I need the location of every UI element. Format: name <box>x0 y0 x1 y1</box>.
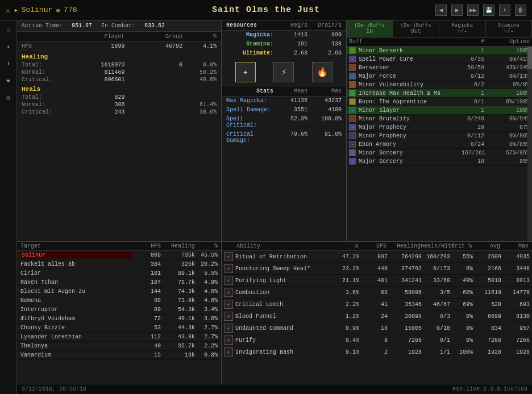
resource-rows: Magicka:1413890Stamina:191138Ultimate:2.… <box>222 31 346 58</box>
target-hps: 72 <box>132 316 161 322</box>
buff-tab-magicka[interactable]: Magicka +/- <box>439 20 486 37</box>
target-row: Lysander Lorethian11243.8k2.7% <box>17 333 221 342</box>
datetime: 3/12/2018, 20:26:18 <box>22 386 86 392</box>
target-row: Solinur809735k45.5% <box>17 251 221 260</box>
buff-row: ·Boon: The Apprentice0/10%/100% <box>347 98 532 106</box>
active-time-value: 851.97 <box>72 23 92 29</box>
healing-row: Normal:81146950.2% <box>17 69 221 76</box>
target-pct: 20.2% <box>195 261 218 267</box>
ability-row: ⚡Puncturing Sweep Heal*23.2%4403747920/1… <box>222 263 532 275</box>
targets-panel: Target HPS Healing % Solinur809735k45.5%… <box>17 242 222 394</box>
ability-rows: ⚡Ritual of Retribution47.2%897764298160/… <box>222 251 532 358</box>
buff-name: Major Sorcery <box>357 158 462 165</box>
left-panel: Active Time: 851.97 In Combat: 933.62 Pl… <box>17 20 222 241</box>
ability-col-avg: Avg <box>472 243 500 249</box>
target-pct: 5.5% <box>195 270 218 276</box>
delete-button[interactable]: 🗑 <box>515 5 526 16</box>
ability-col-dps: DPS <box>358 243 386 249</box>
export-button[interactable]: ⬇ <box>499 5 510 16</box>
target-name: Nemena <box>20 297 132 304</box>
next-button[interactable]: ▶▶ <box>467 5 479 16</box>
buff-row: ·Minor Sorcery167/26157%/85% <box>347 149 532 157</box>
target-hps: 809 <box>132 252 161 258</box>
resources-regs: Reg/s <box>273 22 307 28</box>
target-col-healing: Healing <box>161 243 195 249</box>
ability-row: ⚡Ritual of Retribution47.2%897764298160/… <box>222 251 532 263</box>
ability-healing: 374792 <box>388 266 422 272</box>
buff-count: 59/59 <box>462 65 484 71</box>
sidebar-icon-3[interactable]: ⬆ <box>2 57 15 70</box>
buff-icon: · <box>349 141 356 148</box>
ability-max: 4935 <box>501 254 530 260</box>
target-rows: Solinur809735k45.5%Fackelt alles ab38432… <box>17 251 221 360</box>
sidebar-icon-4[interactable]: ❤ <box>2 74 15 87</box>
ability-pct: 0.9% <box>336 325 359 332</box>
target-name: Lysander Lorethian <box>20 334 132 340</box>
sidebar-icon-2[interactable]: ✦ <box>2 40 15 53</box>
ability-icon-sm: ⚡ <box>224 324 233 333</box>
buff-count: 0/1 <box>462 99 484 105</box>
buff-name: Spell Power Cure <box>357 56 462 62</box>
ability-row: ⚡Undaunted Command0.9%18150050/180%83495… <box>222 322 532 334</box>
ability-name: Purify <box>235 337 336 343</box>
buff-tab-stamina[interactable]: Stamina +/- <box>486 20 533 37</box>
ability-row: ⚡Purifying Light21.1%40134124133/6849%50… <box>222 275 532 287</box>
ability-avg: 1928 <box>473 349 501 355</box>
buff-scrollbar-thumb[interactable] <box>527 47 532 69</box>
buff-row: ·Minor Prophecy0/1120%/86% <box>347 132 532 140</box>
ability-row: ⚡Purify0.4%972660/10%72667266 <box>222 334 532 346</box>
buff-tab-out[interactable]: (De-)Buffs Out <box>393 20 440 37</box>
buff-name: Increase Max Health & Ma <box>357 90 462 97</box>
incombat-value: 933.62 <box>144 23 165 29</box>
resources-drain: Drain/s <box>307 22 342 28</box>
buff-rows: ·Minor Berserk1100%·Spell Power Cure0/35… <box>347 47 532 166</box>
buff-col-uptime: Uptime <box>484 39 530 45</box>
ability-healing: 58096 <box>388 290 422 296</box>
ability-dps: 24 <box>359 313 388 320</box>
target-pct: 2.2% <box>195 343 218 349</box>
stats-header: Player Group % <box>17 32 221 42</box>
ability-max: 3446 <box>501 266 530 272</box>
bottom-bar: 3/12/2018, 20:26:18 eso.live.3.3.8.15675… <box>17 384 532 394</box>
target-hps: 89 <box>132 307 161 313</box>
buff-count: 1 <box>462 48 484 54</box>
buff-name: Minor Sorcery <box>357 150 462 156</box>
buff-scrollbar[interactable] <box>527 47 532 241</box>
ability-icon-1[interactable]: ✦ <box>235 62 256 82</box>
buff-header: Buff # Uptime <box>347 37 532 47</box>
col-group: Group <box>125 33 183 40</box>
buff-tab-in[interactable]: (De-)Buffs In <box>347 20 393 37</box>
target-name: Raven Tchan <box>20 279 132 286</box>
buffs-panel: (De-)Buffs In (De-)Buffs Out Magicka +/-… <box>347 20 532 241</box>
sidebar-icon-1[interactable]: ⚔ <box>2 23 15 36</box>
ability-healing: 20098 <box>388 313 422 320</box>
buff-uptime: 0%/85% <box>484 141 530 148</box>
target-name: Ælfbryð Voideham <box>20 316 132 322</box>
ability-icon-3[interactable]: 🔥 <box>312 62 332 82</box>
sidebar-icon-5[interactable]: ⚙ <box>2 91 15 104</box>
target-hps: 144 <box>132 288 161 295</box>
heals-title: Heals <box>17 83 221 94</box>
target-col-pct: % <box>195 243 218 249</box>
ability-icon-sm: ⚡ <box>224 252 233 261</box>
prev-button[interactable]: ◀ <box>435 5 447 16</box>
buff-icon: · <box>349 73 356 79</box>
ability-crit: 60% <box>450 290 473 296</box>
ability-healing: 764298 <box>388 254 422 260</box>
play-button[interactable]: ▶ <box>451 5 463 16</box>
target-healing: 44.3k <box>161 325 195 331</box>
target-hps: 384 <box>132 261 161 267</box>
ability-pct: 1.2% <box>336 313 359 320</box>
buff-uptime: 95% <box>484 158 530 165</box>
ability-max: 957 <box>501 325 530 332</box>
ability-pct: 3.6% <box>336 290 359 296</box>
ability-col-pct: % <box>335 243 358 249</box>
buff-uptime: 0%/13% <box>484 73 530 79</box>
resource-row: Magicka:1413890 <box>222 31 346 40</box>
ability-heals-hits: 1/1 <box>422 349 450 355</box>
ability-heals-hits: 160/293 <box>422 254 450 260</box>
ability-crit: 55% <box>450 254 473 260</box>
ability-icon-2[interactable]: ⚡ <box>273 62 294 82</box>
save-button[interactable]: 💾 <box>483 5 494 16</box>
stat-data-row: Max Magicka:4113643237 <box>222 97 346 106</box>
